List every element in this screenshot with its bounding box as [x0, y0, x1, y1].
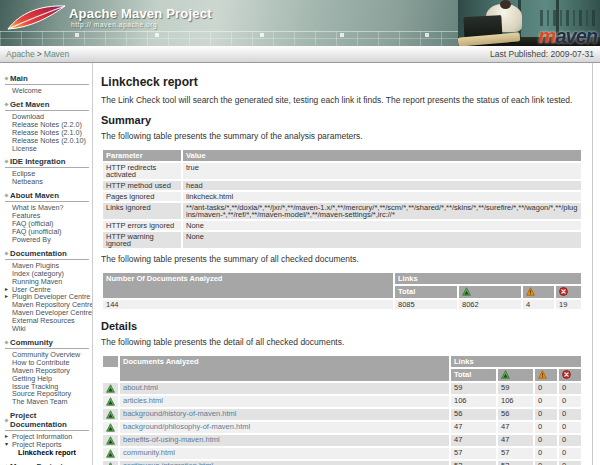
- banner-photo[interactable]: maven: [458, 0, 600, 46]
- documents-summary-table: Number Of Documents Analyzed Links Total…: [101, 271, 583, 311]
- links-warning: 0: [535, 396, 557, 407]
- details-header-documents: Documents Analyzed: [120, 356, 449, 381]
- sidebar-section-title[interactable]: Documentation: [10, 249, 67, 258]
- success-icon: [103, 448, 118, 459]
- sidebar-link[interactable]: Linkcheck report: [18, 448, 76, 457]
- sidebar-section-title[interactable]: Main: [10, 74, 28, 83]
- sidebar-section: Project DocumentationProject Information…: [5, 411, 89, 457]
- document-cell: articles.html: [120, 396, 449, 407]
- links-error: 0: [559, 422, 581, 433]
- sidebar-section-title[interactable]: Community: [10, 338, 53, 347]
- links-warning: 0: [535, 422, 557, 433]
- parameter-value: None: [183, 232, 581, 248]
- sidebar-link[interactable]: Wiki: [12, 324, 26, 333]
- breadcrumb-link-apache[interactable]: Apache: [6, 49, 35, 59]
- document-link[interactable]: articles.html: [123, 396, 163, 405]
- documents-count: 144: [103, 300, 393, 309]
- links-valid: 59: [498, 383, 533, 394]
- analysis-parameters-table: Parameter Value HTTP redirects activated…: [101, 148, 583, 250]
- main-content: Linkcheck report The Link Check tool wil…: [93, 63, 592, 465]
- document-row: benefits-of-using-maven.html474700: [103, 435, 581, 446]
- sidebar-section-title[interactable]: Get Maven: [10, 100, 49, 109]
- document-link[interactable]: community.html: [123, 448, 175, 457]
- chevron-down-icon[interactable]: [5, 441, 8, 449]
- links-warning: 0: [535, 448, 557, 459]
- document-cell: community.html: [120, 448, 449, 459]
- parameter-name: Pages ignored: [103, 192, 181, 201]
- success-icon: [103, 435, 118, 446]
- sidebar-link[interactable]: The Maven Team: [12, 397, 67, 406]
- breadcrumb-link-maven[interactable]: Maven: [44, 49, 70, 59]
- sidebar-item: Powered By: [12, 236, 89, 244]
- links-valid: 8062: [459, 300, 521, 309]
- links-valid: 57: [498, 448, 533, 459]
- details-header-links: Links: [451, 356, 581, 367]
- params-header-parameter: Parameter: [103, 150, 181, 161]
- document-cell: continuous-integration.html: [120, 461, 449, 465]
- document-link[interactable]: about.html: [123, 383, 158, 392]
- parameter-name: HTTP redirects activated: [103, 163, 181, 179]
- document-cell: about.html: [120, 383, 449, 394]
- links-warning: 0: [535, 461, 557, 465]
- links-valid: 106: [498, 396, 533, 407]
- document-cell: background/philosophy-of-maven.html: [120, 422, 449, 433]
- totals-row: 144 8085 8062 4 19: [103, 300, 581, 309]
- parameter-row: HTTP redirects activatedtrue: [103, 163, 581, 179]
- sidebar-item: Welcome: [12, 87, 89, 95]
- banner-subtitle: http:// maven.apache.org: [71, 21, 157, 28]
- document-link[interactable]: background/history-of-maven.html: [123, 409, 236, 418]
- parameter-value: linkcheck.html: [183, 192, 581, 201]
- page-title: Linkcheck report: [101, 75, 583, 89]
- parameter-name: HTTP warning ignored: [103, 232, 181, 248]
- error-icon: [559, 369, 581, 381]
- last-published: Last Published: 2009-07-31: [490, 49, 594, 59]
- details-header-blank: [103, 369, 118, 381]
- person-head: [500, 0, 511, 9]
- sidebar-item: Wiki: [12, 325, 89, 333]
- links-total: 106: [451, 396, 496, 407]
- document-link[interactable]: background/philosophy-of-maven.html: [123, 422, 250, 431]
- parameter-value: true: [183, 163, 581, 179]
- parameter-row: HTTP errors ignoredNone: [103, 221, 581, 230]
- banner-grid-decoration: [0, 31, 458, 46]
- links-valid: 47: [498, 422, 533, 433]
- sidebar-link[interactable]: License: [12, 144, 37, 153]
- warning-icon: [523, 286, 554, 298]
- section-bullet-icon: [4, 340, 8, 344]
- success-icon: [103, 422, 118, 433]
- success-icon: [103, 461, 118, 465]
- chevron-right-icon[interactable]: [5, 293, 8, 301]
- banner: Apache Maven Project http:// maven.apach…: [0, 0, 600, 46]
- details-intro: The following table presents the detail …: [101, 337, 583, 347]
- chevron-right-icon[interactable]: [5, 433, 8, 441]
- banner-title[interactable]: Apache Maven Project: [69, 6, 212, 21]
- sidebar-navigation: MainWelcomeGet MavenDownloadRelease Note…: [0, 63, 93, 465]
- sidebar-section-title[interactable]: About Maven: [10, 191, 59, 200]
- sidebar-item: Linkcheck report: [12, 449, 89, 457]
- success-icon: [103, 409, 118, 420]
- maven-logo[interactable]: maven: [539, 26, 597, 46]
- breadcrumb: Apache>Maven Last Published: 2009-07-31: [0, 46, 600, 63]
- section-bullet-icon: [4, 160, 8, 164]
- apache-feather-logo[interactable]: [6, 3, 68, 37]
- details-heading: Details: [101, 320, 583, 332]
- document-row: background/history-of-maven.html565600: [103, 409, 581, 420]
- document-cell: benefits-of-using-maven.html: [120, 435, 449, 446]
- parameter-row: HTTP warning ignoredNone: [103, 232, 581, 248]
- sidebar-link[interactable]: Powered By: [12, 235, 51, 244]
- sidebar-section-title[interactable]: Project Documentation: [10, 411, 89, 429]
- chevron-right-icon[interactable]: [5, 286, 8, 294]
- sidebar-item: Netbeans: [12, 178, 89, 186]
- sidebar-section-title[interactable]: IDE Integration: [10, 157, 65, 166]
- document-cell: background/history-of-maven.html: [120, 409, 449, 420]
- sidebar-section: Get MavenDownloadRelease Notes (2.2.0)Re…: [5, 100, 89, 153]
- docs-summary-intro: The following table presents the summary…: [101, 254, 583, 264]
- sidebar-section: About MavenWhat is Maven?FeaturesFAQ (of…: [5, 191, 89, 244]
- sidebar-link[interactable]: Welcome: [12, 86, 42, 95]
- links-total: 52: [451, 461, 496, 465]
- success-icon: [459, 286, 521, 298]
- document-link[interactable]: benefits-of-using-maven.html: [123, 435, 220, 444]
- document-link[interactable]: continuous-integration.html: [123, 461, 213, 465]
- sidebar-link[interactable]: Netbeans: [12, 177, 43, 186]
- details-header-total: Total: [451, 369, 496, 381]
